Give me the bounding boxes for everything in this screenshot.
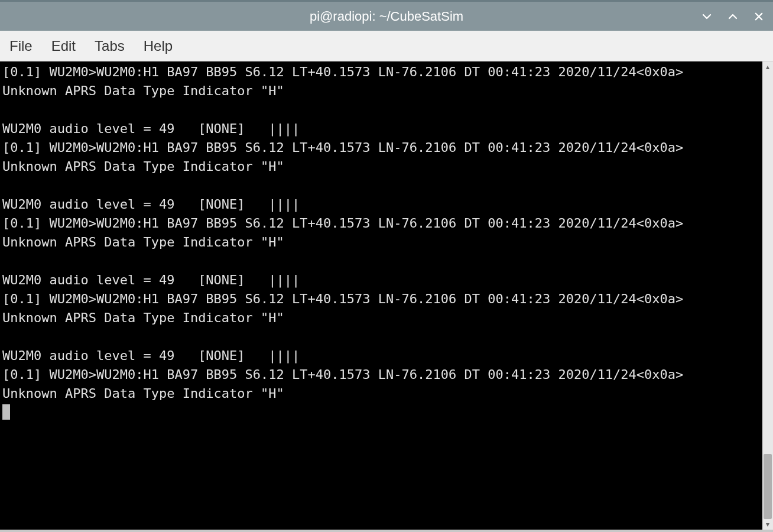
close-button[interactable] xyxy=(752,9,766,24)
terminal-line: Unknown APRS Data Type Indicator "H" xyxy=(2,384,760,403)
terminal-line: Unknown APRS Data Type Indicator "H" xyxy=(2,233,760,252)
terminal-line: WU2M0 audio level = 49 [NONE] |||| xyxy=(2,271,760,290)
window-controls xyxy=(700,9,766,24)
terminal-line: Unknown APRS Data Type Indicator "H" xyxy=(2,82,760,100)
close-icon xyxy=(753,11,764,22)
terminal-line: WU2M0 audio level = 49 [NONE] |||| xyxy=(2,195,760,214)
terminal-line: [0.1] WU2M0>WU2M0:H1 BA97 BB95 S6.12 LT+… xyxy=(2,214,760,233)
menu-help[interactable]: Help xyxy=(141,35,175,57)
terminal-line: [0.1] WU2M0>WU2M0:H1 BA97 BB95 S6.12 LT+… xyxy=(2,138,760,157)
scroll-up-arrow[interactable]: ▴ xyxy=(762,61,773,72)
menu-edit[interactable]: Edit xyxy=(49,35,78,57)
minimize-button[interactable] xyxy=(700,9,714,24)
menu-tabs[interactable]: Tabs xyxy=(92,35,127,57)
terminal-line xyxy=(2,252,760,271)
window-bottom-edge xyxy=(0,530,773,532)
maximize-button[interactable] xyxy=(726,9,740,24)
terminal-line: WU2M0 audio level = 49 [NONE] |||| xyxy=(2,346,760,365)
terminal-line: [0.1] WU2M0>WU2M0:H1 BA97 BB95 S6.12 LT+… xyxy=(2,63,760,82)
terminal-scrollbar[interactable]: ▴ ▾ xyxy=(762,61,773,530)
window-titlebar: pi@radiopi: ~/CubeSatSim xyxy=(0,0,773,31)
terminal-line: [0.1] WU2M0>WU2M0:H1 BA97 BB95 S6.12 LT+… xyxy=(2,290,760,309)
terminal-line: WU2M0 audio level = 49 [NONE] |||| xyxy=(2,119,760,138)
menu-bar: File Edit Tabs Help xyxy=(0,31,773,61)
terminal-cursor xyxy=(2,404,10,420)
scroll-track[interactable] xyxy=(762,72,773,519)
scroll-down-arrow[interactable]: ▾ xyxy=(762,519,773,530)
terminal-line: [0.1] WU2M0>WU2M0:H1 BA97 BB95 S6.12 LT+… xyxy=(2,365,760,384)
terminal-line xyxy=(2,327,760,346)
window-title: pi@radiopi: ~/CubeSatSim xyxy=(310,9,463,24)
chevron-down-icon xyxy=(701,11,712,22)
terminal-output[interactable]: [0.1] WU2M0>WU2M0:H1 BA97 BB95 S6.12 LT+… xyxy=(0,61,762,530)
scroll-thumb[interactable] xyxy=(764,454,772,519)
terminal-line xyxy=(2,176,760,195)
terminal-line xyxy=(2,100,760,119)
terminal-line: Unknown APRS Data Type Indicator "H" xyxy=(2,157,760,176)
terminal-line: Unknown APRS Data Type Indicator "H" xyxy=(2,309,760,327)
menu-file[interactable]: File xyxy=(7,35,35,57)
chevron-up-icon xyxy=(727,11,738,22)
terminal-container: [0.1] WU2M0>WU2M0:H1 BA97 BB95 S6.12 LT+… xyxy=(0,61,773,530)
